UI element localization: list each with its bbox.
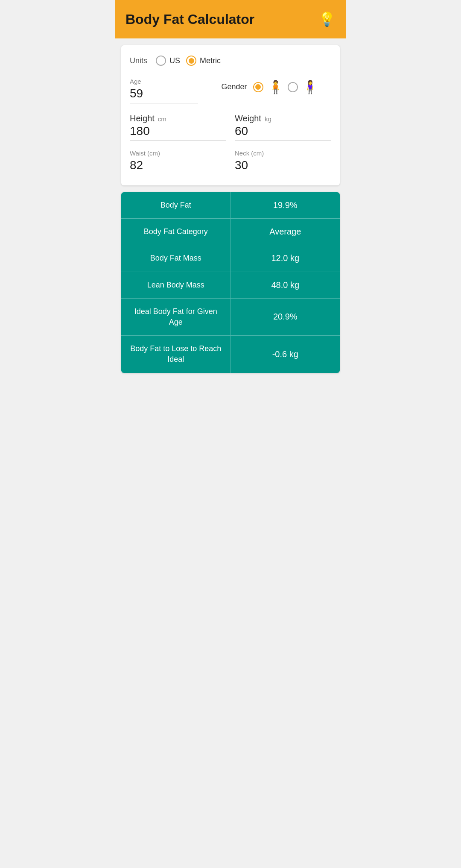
units-row: Units US Metric bbox=[130, 56, 331, 66]
weight-header: Weight kg bbox=[235, 114, 331, 123]
result-value: 48.0 kg bbox=[231, 272, 340, 298]
age-gender-row: Age 59 Gender 🧍 🧍‍♀️ bbox=[130, 78, 331, 103]
height-label: Height bbox=[130, 114, 155, 123]
waist-section: Waist (cm) 82 bbox=[130, 150, 226, 175]
result-label: Body Fat to Lose to Reach Ideal bbox=[121, 336, 231, 372]
units-us-radio[interactable] bbox=[156, 56, 166, 66]
neck-value[interactable]: 30 bbox=[235, 158, 331, 172]
result-row: Lean Body Mass48.0 kg bbox=[121, 272, 340, 299]
result-value: 20.9% bbox=[231, 299, 340, 335]
height-header: Height cm bbox=[130, 114, 226, 123]
results-card: Body Fat19.9%Body Fat CategoryAverageBod… bbox=[121, 192, 340, 373]
result-row: Body Fat Mass12.0 kg bbox=[121, 245, 340, 272]
result-label: Ideal Body Fat for Given Age bbox=[121, 299, 231, 335]
weight-section: Weight kg 60 bbox=[235, 114, 331, 141]
waist-underline bbox=[130, 175, 226, 175]
male-person-icon: 🧍 bbox=[268, 79, 283, 94]
result-value: 19.9% bbox=[231, 192, 340, 218]
height-unit: cm bbox=[158, 115, 166, 123]
app-header: Body Fat Calculator 💡 bbox=[115, 0, 346, 38]
weight-label: Weight bbox=[235, 114, 261, 123]
age-label: Age bbox=[130, 78, 222, 85]
weight-underline bbox=[235, 141, 331, 141]
height-weight-row: Height cm 180 Weight kg 60 bbox=[130, 114, 331, 141]
result-row: Body Fat CategoryAverage bbox=[121, 219, 340, 245]
result-label: Body Fat Mass bbox=[121, 245, 231, 271]
units-us-label: US bbox=[169, 56, 180, 65]
units-metric-radio[interactable] bbox=[186, 56, 196, 66]
lightbulb-icon[interactable]: 💡 bbox=[318, 11, 336, 27]
waist-value[interactable]: 82 bbox=[130, 158, 226, 172]
result-value: -0.6 kg bbox=[231, 336, 340, 372]
units-label: Units bbox=[130, 56, 147, 65]
height-value[interactable]: 180 bbox=[130, 124, 226, 138]
neck-section: Neck (cm) 30 bbox=[235, 150, 331, 175]
age-value[interactable]: 59 bbox=[130, 87, 222, 100]
gender-male-radio[interactable] bbox=[253, 82, 263, 92]
weight-value[interactable]: 60 bbox=[235, 124, 331, 138]
result-value: Average bbox=[231, 219, 340, 245]
height-section: Height cm 180 bbox=[130, 114, 226, 141]
input-card: Units US Metric Age 59 Gender 🧍 🧍‍♀️ H bbox=[121, 45, 340, 185]
result-label: Body Fat bbox=[121, 192, 231, 218]
height-underline bbox=[130, 141, 226, 141]
result-value: 12.0 kg bbox=[231, 245, 340, 271]
units-metric-option[interactable]: Metric bbox=[186, 56, 221, 66]
waist-label: Waist (cm) bbox=[130, 150, 226, 157]
female-person-icon: 🧍‍♀️ bbox=[302, 79, 318, 94]
weight-unit: kg bbox=[265, 115, 271, 123]
gender-female-radio[interactable] bbox=[288, 82, 298, 92]
age-underline bbox=[130, 103, 198, 103]
age-section: Age 59 bbox=[130, 78, 222, 103]
result-row: Body Fat to Lose to Reach Ideal-0.6 kg bbox=[121, 336, 340, 372]
neck-label: Neck (cm) bbox=[235, 150, 331, 157]
app-title: Body Fat Calculator bbox=[125, 12, 254, 27]
result-label: Lean Body Mass bbox=[121, 272, 231, 298]
neck-underline bbox=[235, 175, 331, 175]
result-label: Body Fat Category bbox=[121, 219, 231, 245]
gender-section: Gender 🧍 🧍‍♀️ bbox=[222, 78, 331, 94]
waist-neck-row: Waist (cm) 82 Neck (cm) 30 bbox=[130, 150, 331, 175]
result-row: Body Fat19.9% bbox=[121, 192, 340, 219]
result-row: Ideal Body Fat for Given Age20.9% bbox=[121, 299, 340, 336]
units-us-option[interactable]: US bbox=[156, 56, 180, 66]
gender-label: Gender bbox=[222, 82, 247, 91]
units-metric-label: Metric bbox=[200, 56, 221, 65]
